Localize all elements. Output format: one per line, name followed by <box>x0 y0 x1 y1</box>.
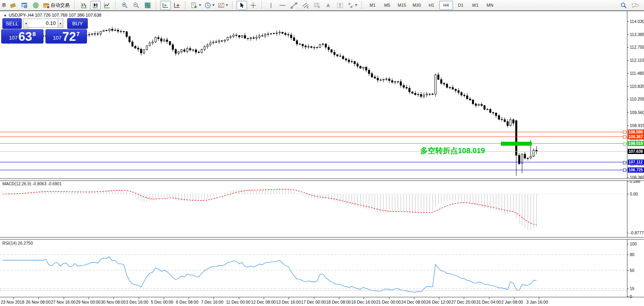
indicators-dropdown-caret[interactable] <box>199 4 201 6</box>
collapse-arrow-icon[interactable]: ▲ <box>4 13 7 17</box>
resistance-2-line-handle[interactable] <box>623 135 626 139</box>
market-watch-button[interactable] <box>8 1 18 10</box>
vertical-line-button[interactable] <box>266 1 276 10</box>
timeframe-m15-button[interactable]: M15 <box>395 1 409 10</box>
rsi-tick-label: 0 <box>630 294 632 299</box>
time-tick-mark <box>139 297 139 299</box>
equidistant-channel-button[interactable]: E <box>300 1 311 10</box>
sell-price-pip: 8 <box>32 30 36 37</box>
panel-splitter[interactable] <box>0 179 644 181</box>
rsi-tick-label: 80 <box>630 252 635 257</box>
price-tick-mark <box>627 47 629 48</box>
indicators-button[interactable] <box>189 1 202 10</box>
sell-price-button[interactable]: 107 63 8 <box>1 29 43 44</box>
trendline-button[interactable] <box>289 1 299 10</box>
timeframe-mn-button[interactable]: MN <box>483 1 497 10</box>
svg-text:E: E <box>307 6 308 8</box>
cursor-button[interactable] <box>236 1 247 10</box>
arrows-dropdown-caret[interactable] <box>355 4 357 6</box>
price-tick-label: 110.835 <box>630 84 644 89</box>
tile-windows-button[interactable] <box>142 1 153 10</box>
text-label-button[interactable]: T <box>334 1 345 10</box>
search-button[interactable] <box>618 1 629 10</box>
fibonacci-button[interactable]: F <box>312 1 322 10</box>
current-bid-line[interactable] <box>0 151 627 152</box>
templates-dropdown-caret[interactable] <box>226 4 228 6</box>
support-2-line[interactable] <box>0 170 627 170</box>
volume-input[interactable]: 0.10 <box>28 19 58 28</box>
time-axis-label: 23 Nov 2018 <box>1 300 25 304</box>
price-tick-mark <box>627 73 629 74</box>
timeframe-m30-button[interactable]: M30 <box>410 1 423 10</box>
zoom-in-button[interactable] <box>119 1 130 10</box>
timeframe-m1-button[interactable]: M1 <box>366 1 380 10</box>
time-tick-mark <box>239 297 239 299</box>
arrows-icon <box>347 2 354 9</box>
chart-shift-button[interactable] <box>172 1 182 10</box>
current-bid-price-label: 107.638 <box>628 149 644 154</box>
tile-windows-icon <box>144 2 151 9</box>
sell-button[interactable]: SELL <box>2 18 22 29</box>
support-2-line-handle[interactable] <box>623 169 626 172</box>
price-tick-mark <box>627 34 629 35</box>
autotrading-button[interactable]: 自动交易 <box>42 1 72 10</box>
resistance-2-line[interactable] <box>0 137 627 137</box>
timeframe-m5-button[interactable]: M5 <box>380 1 394 10</box>
pivot-line[interactable] <box>0 143 627 144</box>
panel-splitter[interactable] <box>0 237 644 239</box>
support-1-line-handle[interactable] <box>623 161 626 164</box>
time-axis-label: 27 Nov 16:00 <box>51 300 76 304</box>
time-tick-mark <box>514 297 514 299</box>
rsi-indicator-panel[interactable] <box>0 239 627 297</box>
timeframe-h4-button[interactable]: H4 <box>439 1 453 10</box>
resistance-1-line-handle[interactable] <box>623 131 626 134</box>
periods-dropdown-caret[interactable] <box>212 4 215 6</box>
arrows-button[interactable] <box>346 1 359 10</box>
time-tick-mark <box>13 297 14 299</box>
timeframe-w1-button[interactable]: W1 <box>468 1 482 10</box>
volume-increase-button[interactable]: ▲ <box>58 19 63 28</box>
price-tick-label: 110.205 <box>630 97 644 101</box>
buy-button[interactable]: BUY <box>67 18 88 29</box>
new-order-button[interactable]: 单 <box>2 2 6 9</box>
pivot-annotation-text[interactable]: 多空转折点108.019 <box>420 146 485 156</box>
time-axis-label: 3 Dec 16:00 <box>126 300 149 304</box>
macd-indicator-panel[interactable] <box>0 181 627 237</box>
time-axis-label: 3 Jan 16:00 <box>526 300 548 304</box>
horizontal-line-button[interactable] <box>277 1 288 10</box>
search-icon <box>620 2 627 9</box>
buy-price-button[interactable]: 107 72 7 <box>45 29 87 44</box>
autotrading-label: 自动交易 <box>51 2 70 9</box>
buy-price-prefix: 107 <box>53 35 62 41</box>
crosshair-icon <box>250 2 257 9</box>
trendline-icon <box>291 2 297 9</box>
crosshair-button[interactable] <box>248 1 259 10</box>
price-tick-mark <box>627 21 629 22</box>
periods-button[interactable] <box>203 1 216 10</box>
horizontal-line-icon <box>279 2 286 9</box>
bar-chart-button[interactable] <box>79 1 89 10</box>
time-axis-label: 21 Dec 00:00 <box>376 300 401 304</box>
resistance-1-line[interactable] <box>0 132 627 132</box>
navigator-button[interactable] <box>30 1 41 10</box>
chat-button[interactable] <box>630 1 640 10</box>
timeframe-h1-button[interactable]: H1 <box>425 1 438 10</box>
fibonacci-icon: F <box>314 2 321 9</box>
toolbar-right-group <box>618 1 641 10</box>
timeframe-d1-button[interactable]: D1 <box>454 1 468 10</box>
time-tick-mark <box>89 297 89 299</box>
support-1-line[interactable] <box>0 162 627 162</box>
templates-button[interactable] <box>217 1 229 10</box>
pivot-trendline-segment[interactable] <box>501 142 532 146</box>
zoom-out-button[interactable] <box>131 1 142 10</box>
pivot-line-handle[interactable] <box>623 143 626 146</box>
candlestick-chart-button[interactable] <box>90 1 101 10</box>
price-tick-label: 108.915 <box>630 123 644 128</box>
price-tick-mark <box>627 60 629 61</box>
resistance-2-price-label: 108.367 <box>628 134 644 139</box>
line-chart-button[interactable] <box>102 1 112 10</box>
text-button[interactable]: A <box>323 1 334 10</box>
data-window-button[interactable] <box>19 1 30 10</box>
templates-icon <box>218 2 225 9</box>
auto-scroll-button[interactable] <box>160 1 171 10</box>
